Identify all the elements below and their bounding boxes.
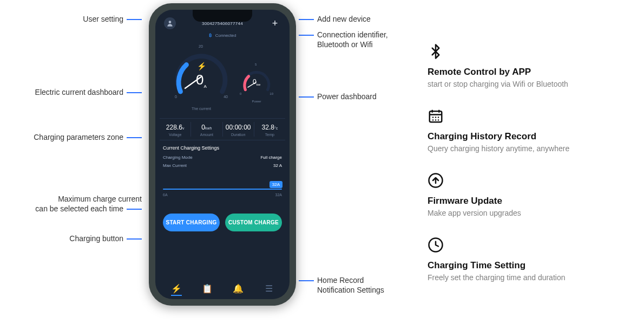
calendar-icon (428, 108, 633, 127)
feature-title: Remote Control by APP (428, 67, 633, 77)
phone-mockup: 3004275406077744 + ฿ Connected ⚡ 0A 0 20… (149, 3, 296, 306)
callout-label: User setting (83, 15, 123, 23)
nav-record[interactable]: 📋 (196, 279, 218, 294)
callout-current-dashboard: Electric current dashboard (0, 88, 142, 98)
setting-label: Charging Mode (163, 155, 193, 160)
add-device-button[interactable]: + (269, 17, 281, 29)
nav-settings[interactable]: ☰ (258, 279, 280, 294)
setting-max-current: Max Current 32 A (163, 163, 282, 168)
power-value: 0kw (240, 78, 273, 86)
record-icon: 📋 (202, 284, 213, 293)
user-avatar-button[interactable] (164, 17, 176, 29)
svg-point-10 (432, 119, 434, 121)
callout-label: Power dashboard (317, 92, 377, 101)
bottom-nav: ⚡ 📋 🔔 ☰ (155, 279, 290, 294)
current-charging-settings: Current Charging Settings Charging Mode … (163, 145, 282, 171)
device-id-label: 3004275406077744 (202, 21, 243, 26)
callout-user-setting: User setting (0, 15, 142, 24)
power-tick-1: 5 (255, 63, 257, 66)
svg-point-8 (435, 117, 437, 118)
feature-title: Charging Time Setting (428, 260, 633, 271)
param-duration: 00:00:00 Duration (222, 122, 254, 137)
start-charging-button[interactable]: START CHARGING (163, 214, 220, 231)
nav-home[interactable]: ⚡ (166, 279, 187, 294)
power-tick-0: 0 (240, 92, 241, 95)
setting-label: Max Current (163, 163, 187, 168)
callout-bottom-nav: Home Record Notification Settings (299, 276, 384, 295)
feature-desc: start or stop charging via Wifi or Bluet… (428, 80, 633, 88)
custom-charge-button[interactable]: CUSTOM CHARGE (225, 214, 282, 231)
user-icon (166, 20, 174, 27)
callout-label: Notification Settings (317, 286, 384, 294)
callout-params-zone: Charging parameters zone (0, 133, 142, 143)
callout-add-device: Add new device (299, 15, 371, 24)
feature-title: Charging History Record (428, 131, 633, 142)
feature-list: Remote Control by APP start or stop char… (428, 43, 633, 301)
bell-icon: 🔔 (233, 284, 244, 293)
param-voltage: 228.6v Voltage (160, 122, 190, 137)
feature-history-record: Charging History Record Query charging h… (428, 108, 633, 153)
feature-firmware-update: Firmware Update Make app version upgrade… (428, 172, 633, 217)
bolt-icon: ⚡ (171, 284, 182, 293)
setting-value: 32 A (273, 163, 282, 168)
current-tick-1: 20 (199, 44, 203, 48)
current-caption: The current (172, 107, 231, 111)
feature-desc: Query charging history anytime, anywhere (428, 144, 633, 153)
power-gauge: 0kw 0 5 10 Power (240, 65, 273, 103)
callout-label: Electric current dashboard (35, 88, 123, 96)
clock-icon (428, 237, 633, 256)
connection-label: Connected (215, 33, 236, 38)
upload-circle-icon (428, 172, 633, 191)
callout-label: Maximum charge current (58, 195, 142, 203)
nav-notification[interactable]: 🔔 (227, 279, 249, 294)
svg-point-9 (438, 117, 439, 118)
feature-desc: Freely set the charging time and duratio… (428, 273, 633, 282)
callout-label: Home Record (317, 276, 364, 285)
callout-label: Add new device (317, 15, 371, 23)
max-current-slider[interactable]: 32A 6A 32A (163, 189, 282, 197)
action-buttons: START CHARGING CUSTOM CHARGE (163, 214, 282, 231)
callout-charging-button: Charging button (0, 234, 142, 244)
svg-point-7 (432, 117, 434, 118)
feature-desc: Make app version upgrades (428, 209, 633, 217)
param-amount: 0kwh Amount (190, 122, 222, 137)
feature-time-setting: Charging Time Setting Freely set the cha… (428, 237, 633, 282)
param-temp: 32.8°c Temp (254, 122, 285, 137)
callout-power-dashboard: Power dashboard (299, 92, 377, 102)
power-tick-2: 10 (270, 92, 273, 95)
feature-remote-control: Remote Control by APP start or stop char… (428, 43, 633, 88)
power-caption: Power (240, 100, 273, 103)
current-value: 0A (172, 72, 231, 89)
callout-max-current: Maximum charge current can be selected e… (0, 195, 142, 214)
svg-point-0 (169, 21, 172, 23)
charging-parameters: 228.6v Voltage 0kwh Amount 00:00:00 Dura… (160, 118, 285, 140)
setting-charging-mode[interactable]: Charging Mode Full charge (163, 155, 282, 160)
slider-track (163, 189, 282, 190)
callout-connection-id: Connection identifier, Bluetooth or Wifi (299, 30, 388, 49)
slider-bubble: 32A (270, 181, 282, 188)
current-tick-0: 0 (175, 95, 177, 99)
slider-max: 32A (275, 193, 282, 197)
current-tick-2: 40 (224, 95, 228, 99)
callout-label: can be selected each time (35, 204, 123, 213)
bluetooth-icon: ฿ (209, 33, 212, 38)
svg-point-11 (435, 119, 437, 121)
svg-point-12 (438, 119, 439, 121)
phone-screen: 3004275406077744 + ฿ Connected ⚡ 0A 0 20… (155, 10, 290, 299)
setting-value: Full charge (260, 155, 282, 160)
callout-label: Charging button (69, 234, 123, 243)
bluetooth-icon (428, 43, 633, 62)
app-header: 3004275406077744 + (155, 17, 290, 29)
current-gauge: ⚡ 0A 0 20 40 The current (172, 47, 231, 111)
callout-label: Bluetooth or Wifi (317, 40, 373, 49)
gauges-area: ⚡ 0A 0 20 40 The current 0kw 0 5 10 Powe… (155, 43, 290, 115)
connection-status: ฿ Connected (155, 33, 290, 38)
slider-min: 6A (163, 193, 168, 197)
settings-title: Current Charging Settings (163, 145, 282, 151)
callout-label: Charging parameters zone (34, 133, 123, 141)
callout-label: Connection identifier, (317, 30, 388, 39)
feature-title: Firmware Update (428, 196, 633, 206)
menu-icon: ☰ (265, 284, 273, 293)
bolt-icon: ⚡ (172, 62, 231, 70)
